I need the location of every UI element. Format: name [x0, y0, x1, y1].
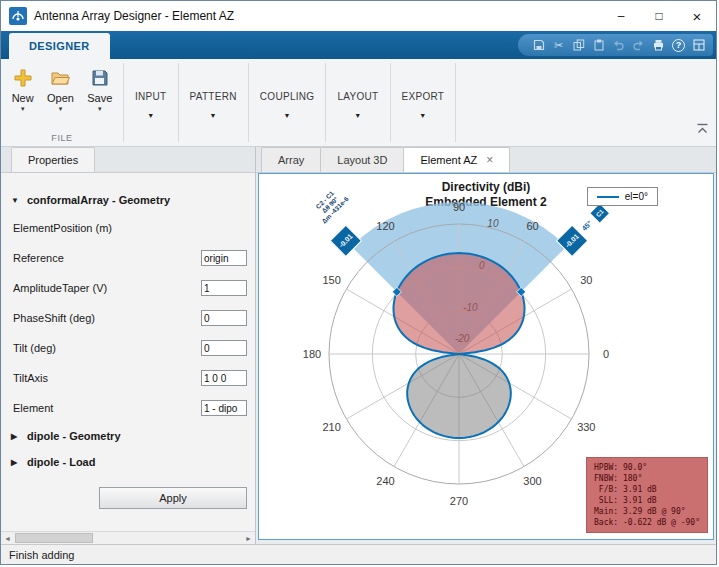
- section-header-dipole-geometry[interactable]: ▶dipole - Geometry: [11, 423, 247, 449]
- svg-text:45°: 45°: [580, 219, 593, 232]
- maximize-button[interactable]: □: [640, 1, 678, 31]
- property-row-tiltaxis: TiltAxis: [11, 363, 247, 393]
- property-row-elementposition-m: ElementPosition (m): [11, 213, 247, 243]
- ribbon-dropdown-pattern[interactable]: PATTERN▼: [179, 59, 248, 146]
- property-label: Element: [13, 402, 53, 414]
- minimize-button[interactable]: –: [602, 1, 640, 31]
- svg-text:10: 10: [487, 218, 499, 229]
- chevron-down-icon: ▾: [59, 106, 63, 112]
- undo-icon[interactable]: [612, 39, 625, 52]
- cut-icon[interactable]: ✂: [552, 39, 565, 52]
- ribbon-dropdown-layout[interactable]: LAYOUT▼: [326, 59, 389, 146]
- figure-element-az[interactable]: Directivity (dBi) Embedded Element 2 030…: [258, 173, 714, 540]
- stats-readout: HPBW: 90.0° FNBW: 180° F/B: 3.91 dB SLL:…: [586, 457, 708, 533]
- expand-icon: ▶: [11, 458, 21, 467]
- close-tab-icon[interactable]: ×: [486, 154, 493, 166]
- chevron-down-icon: ▾: [21, 106, 25, 112]
- back-lobe: [407, 354, 511, 438]
- svg-text:330: 330: [577, 421, 595, 433]
- file-section-label: FILE: [1, 133, 123, 143]
- chevron-down-icon: ▾: [98, 106, 102, 112]
- chevron-down-icon: ▼: [147, 112, 154, 119]
- chevron-down-icon: ▼: [210, 112, 217, 119]
- property-label: ElementPosition (m): [13, 222, 112, 234]
- property-input-element[interactable]: [201, 400, 247, 416]
- doc-tab-element-az[interactable]: Element AZ×: [403, 147, 510, 172]
- paste-icon[interactable]: [592, 39, 605, 52]
- property-input-reference[interactable]: [201, 250, 247, 266]
- legend-line-sample: [597, 196, 619, 198]
- help-icon[interactable]: ?: [672, 39, 685, 52]
- new-icon: [13, 68, 33, 90]
- property-input-phaseshift-deg[interactable]: [201, 310, 247, 326]
- svg-text:270: 270: [450, 495, 468, 507]
- svg-text:120: 120: [376, 220, 394, 232]
- figure-panel: ArrayLayout 3DElement AZ× Directivity (d…: [256, 147, 716, 544]
- quick-access-toolbar: ✂ ?: [518, 34, 713, 56]
- collapse-ribbon-button[interactable]: [694, 122, 710, 136]
- close-button[interactable]: ×: [678, 1, 716, 31]
- properties-body: ▼conformalArray - GeometryElementPositio…: [1, 173, 255, 509]
- svg-text:30: 30: [580, 274, 592, 286]
- property-input-tiltaxis[interactable]: [201, 370, 247, 386]
- save-button[interactable]: Save ▾: [84, 67, 115, 113]
- cursor-delta-annotation: C2 - C1Δθ 90°Δm -431e-6: [310, 185, 350, 225]
- open-icon: [50, 68, 70, 90]
- new-button[interactable]: New ▾: [9, 67, 37, 113]
- document-tabbar: ArrayLayout 3DElement AZ×: [256, 147, 716, 173]
- window-title: Antenna Array Designer - Element AZ: [34, 9, 234, 23]
- status-bar: Finish adding: [1, 544, 716, 564]
- ribbon-toolbar: New ▾ Open ▾ Save ▾ FI: [1, 59, 716, 147]
- app-icon: [9, 7, 27, 25]
- copy-icon[interactable]: [572, 39, 585, 52]
- chevron-down-icon: ▼: [284, 112, 291, 119]
- svg-text:60: 60: [526, 220, 538, 232]
- svg-text:0: 0: [603, 348, 609, 360]
- horizontal-scrollbar[interactable]: ◄ ►: [1, 531, 255, 544]
- file-section: New ▾ Open ▾ Save ▾ FI: [1, 59, 123, 146]
- property-input-tilt-deg[interactable]: [201, 340, 247, 356]
- toolstrip-tab-row: DESIGNER ✂ ?: [1, 31, 716, 59]
- layout-icon[interactable]: [692, 39, 705, 52]
- property-label: PhaseShift (deg): [13, 312, 95, 324]
- expand-icon: ▶: [11, 432, 21, 441]
- svg-text:210: 210: [323, 421, 341, 433]
- tab-designer[interactable]: DESIGNER: [9, 33, 110, 59]
- property-label: AmplitudeTaper (V): [13, 282, 107, 294]
- main-area: Properties ▼conformalArray - GeometryEle…: [1, 147, 716, 544]
- svg-text:150: 150: [323, 274, 341, 286]
- section-header-conformalarray-geometry[interactable]: ▼conformalArray - Geometry: [11, 187, 247, 213]
- property-row-reference: Reference: [11, 243, 247, 273]
- property-label: Tilt (deg): [13, 342, 56, 354]
- svg-text:90: 90: [453, 201, 465, 213]
- chevron-down-icon: ▼: [354, 112, 361, 119]
- ribbon-dropdown-export[interactable]: EXPORT▼: [391, 59, 456, 146]
- legend-label: el=0°: [625, 191, 648, 202]
- title-bar: Antenna Array Designer - Element AZ – □ …: [1, 1, 716, 31]
- ribbon-dropdown-coupling[interactable]: COUPLING▼: [249, 59, 326, 146]
- tab-properties[interactable]: Properties: [11, 147, 95, 172]
- property-row-phaseshift-deg: PhaseShift (deg): [11, 303, 247, 333]
- save-icon: [90, 68, 110, 90]
- legend: el=0°: [587, 187, 658, 206]
- print-icon[interactable]: [652, 39, 665, 52]
- property-label: Reference: [13, 252, 64, 264]
- properties-panel: Properties ▼conformalArray - GeometryEle…: [1, 147, 256, 544]
- doc-tab-layout-3d[interactable]: Layout 3D: [320, 147, 404, 172]
- scrollbar-thumb[interactable]: [15, 533, 93, 543]
- svg-text:180: 180: [303, 348, 321, 360]
- scroll-left-icon[interactable]: ◄: [1, 532, 14, 544]
- property-input-amplitudetaper-v[interactable]: [201, 280, 247, 296]
- scroll-right-icon[interactable]: ►: [242, 532, 255, 544]
- chevron-down-icon: ▼: [419, 112, 426, 119]
- apply-button[interactable]: Apply: [99, 487, 247, 509]
- ribbon-dropdown-input[interactable]: INPUT▼: [124, 59, 178, 146]
- collapse-icon: ▼: [11, 196, 21, 205]
- svg-text:C2 - C1Δθ 90°Δm -431e-6: C2 - C1Δθ 90°Δm -431e-6: [310, 185, 350, 225]
- doc-tab-array[interactable]: Array: [261, 147, 321, 172]
- section-header-dipole-load[interactable]: ▶dipole - Load: [11, 449, 247, 475]
- open-button[interactable]: Open ▾: [44, 67, 77, 113]
- redo-icon[interactable]: [632, 39, 645, 52]
- save-icon[interactable]: [532, 39, 545, 52]
- property-row-tilt-deg: Tilt (deg): [11, 333, 247, 363]
